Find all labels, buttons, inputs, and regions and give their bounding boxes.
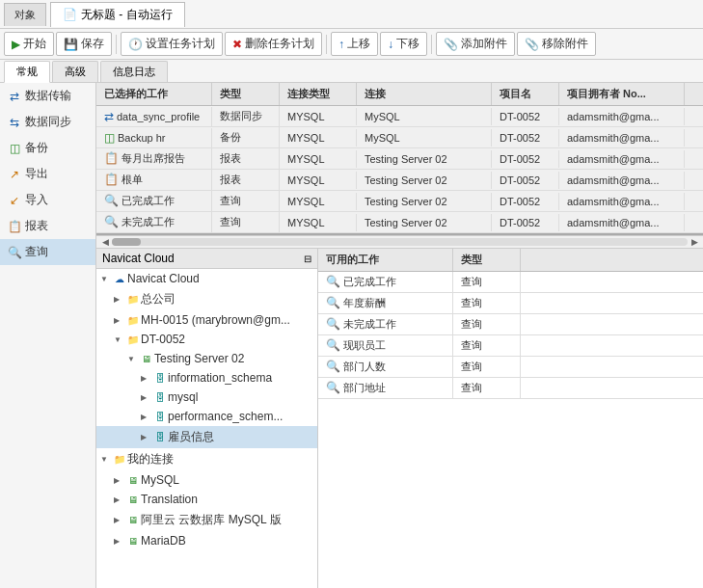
sidebar-item-data-transfer[interactable]: ⇄ 数据传输 [0, 83, 95, 109]
table-row[interactable]: 🔍未完成工作 查询 MYSQL Testing Server 02 DT-005… [96, 212, 703, 233]
tree-item-mysql-conn[interactable]: ▶ 🖥 MySQL [96, 470, 317, 490]
td-job: 🔍未完成工作 [96, 212, 212, 232]
jobs-row[interactable]: 🔍部门人数 查询 [318, 357, 703, 378]
sidebar-item-data-sync[interactable]: ⇆ 数据同步 [0, 109, 95, 135]
table-row[interactable]: 📋每月出席报告 报表 MYSQL Testing Server 02 DT-00… [96, 148, 703, 170]
tree-toggle[interactable]: ▼ [127, 355, 139, 363]
scroll-thumb[interactable] [112, 238, 141, 246]
tree-item-zongongsi[interactable]: ▶ 📁 总公司 [96, 288, 317, 310]
jobs-row[interactable]: 🔍现职员工 查询 [318, 335, 703, 357]
tree-item-aliyun[interactable]: ▶ 🖥 阿里云 云数据库 MySQL 版 [96, 509, 317, 531]
tree-item-mysql[interactable]: ▶ 🗄 mysql [96, 388, 317, 407]
delete-schedule-button[interactable]: ✖ 删除任务计划 [225, 32, 322, 56]
move-up-button[interactable]: ↑ 上移 [331, 32, 378, 56]
tree-toggle[interactable]: ▶ [114, 495, 125, 504]
table-row[interactable]: 📋根单 报表 MYSQL Testing Server 02 DT-0052 a… [96, 170, 703, 191]
tree-item-mariadb[interactable]: ▶ 🖥 MariaDB [96, 531, 317, 550]
table-row[interactable]: 🔍已完成工作 查询 MYSQL Testing Server 02 DT-005… [96, 191, 703, 212]
tree-toggle[interactable]: ▶ [114, 316, 125, 325]
import-icon: ↙ [8, 194, 21, 207]
td-job: 🔍已完成工作 [96, 191, 212, 211]
tab-advanced[interactable]: 高级 [52, 61, 98, 82]
tree-label: Navicat Cloud [127, 272, 317, 285]
save-button[interactable]: 💾 保存 [56, 32, 112, 56]
add-attachment-button[interactable]: 📎 添加附件 [436, 32, 515, 56]
tree-item-dt0052[interactable]: ▼ 📁 DT-0052 [96, 330, 317, 349]
td-owner: adamsmith@gma... [559, 129, 685, 147]
start-button[interactable]: ▶ 开始 [4, 32, 54, 56]
td-type: 报表 [212, 170, 280, 190]
jobs-td-job: 🔍已完成工作 [318, 272, 453, 292]
tree-item-testing-server[interactable]: ▼ 🖥 Testing Server 02 [96, 349, 317, 368]
server-green-icon: 🖥 [125, 514, 141, 527]
table-row[interactable]: ⇄data_sync_profile 数据同步 MYSQL MySQL DT-0… [96, 106, 703, 127]
collapse-all-icon[interactable]: ⊟ [304, 254, 311, 264]
td-job: 📋每月出席报告 [96, 148, 212, 169]
sidebar-item-backup[interactable]: ◫ 备份 [0, 135, 95, 161]
move-down-button[interactable]: ↓ 下移 [380, 32, 427, 56]
jobs-row[interactable]: 🔍未完成工作 查询 [318, 314, 703, 335]
scroll-left-arrow[interactable]: ◀ [98, 235, 112, 249]
td-owner: adamsmith@gma... [559, 108, 685, 125]
td-conn-type: MYSQL [280, 129, 357, 147]
tree-label: 雇员信息 [168, 429, 317, 445]
document-tab[interactable]: 📄 无标题 - 自动运行 [50, 2, 185, 27]
tab-general[interactable]: 常规 [4, 61, 50, 83]
bottom-panel: Navicat Cloud ⊟ ▼ ☁ Navicat Cloud ▶ 📁 总公… [96, 249, 703, 588]
tree-item-yuanguan[interactable]: ▶ 🗄 雇员信息 [96, 426, 317, 448]
tree-label: Translation [141, 493, 317, 506]
jobs-row[interactable]: 🔍已完成工作 查询 [318, 272, 703, 293]
jobs-row[interactable]: 🔍部门地址 查询 [318, 378, 703, 399]
tree-toggle[interactable]: ▶ [114, 476, 125, 485]
remove-attachment-button[interactable]: 📎 移除附件 [517, 32, 596, 56]
sidebar-item-export[interactable]: ↗ 导出 [0, 161, 95, 187]
td-owner: adamsmith@gma... [559, 150, 685, 168]
tree-toggle[interactable]: ▶ [114, 537, 125, 546]
horizontal-scrollbar[interactable]: ◀ ▶ [96, 235, 703, 249]
tree-toggle[interactable]: ▼ [100, 275, 112, 283]
tree-item-navicat-cloud[interactable]: ▼ ☁ Navicat Cloud [96, 269, 317, 288]
doc-icon: 📄 [63, 8, 77, 21]
tree-item-info-schema[interactable]: ▶ 🗄 information_schema [96, 368, 317, 388]
tree-item-my-connections[interactable]: ▼ 📁 我的连接 [96, 448, 317, 470]
tree-label: performance_schem... [168, 410, 317, 423]
tree-item-perf-schema[interactable]: ▶ 🗄 performance_schem... [96, 407, 317, 426]
table-row[interactable]: ◫Backup hr 备份 MYSQL MySQL DT-0052 adamsm… [96, 127, 703, 148]
clock-icon: 🕐 [128, 38, 143, 51]
tree-toggle[interactable]: ▶ [114, 516, 125, 524]
jobs-row[interactable]: 🔍年度薪酬 查询 [318, 293, 703, 314]
folder-blue-icon: 📁 [125, 313, 141, 327]
tree-toggle[interactable]: ▶ [141, 393, 152, 402]
tab-infolog[interactable]: 信息日志 [100, 61, 168, 82]
jobs-header-type: 类型 [453, 249, 521, 271]
td-proj: DT-0052 [492, 108, 559, 125]
sidebar-item-import[interactable]: ↙ 导入 [0, 187, 95, 213]
objects-tab[interactable]: 对象 [4, 3, 46, 26]
scroll-track[interactable] [112, 238, 688, 246]
scroll-right-arrow[interactable]: ▶ [688, 235, 701, 249]
tree-label: MariaDB [141, 534, 317, 548]
td-conn: Testing Server 02 [357, 172, 492, 189]
tree-toggle[interactable]: ▶ [114, 295, 125, 304]
td-proj: DT-0052 [492, 150, 559, 168]
sidebar-item-query[interactable]: 🔍 查询 [0, 239, 95, 265]
tree-toggle[interactable]: ▼ [114, 335, 125, 344]
tree-item-translation[interactable]: ▶ 🖥 Translation [96, 490, 317, 509]
tree-toggle[interactable]: ▼ [100, 455, 112, 464]
td-conn-type: MYSQL [280, 214, 357, 231]
tree-label: 总公司 [141, 291, 317, 307]
tree-item-mh0015[interactable]: ▶ 📁 MH-0015 (marybrown@gm... [96, 310, 317, 330]
jobs-header: 可用的工作 类型 [318, 249, 703, 272]
doc-title: 无标题 - 自动运行 [81, 7, 173, 23]
tree-toggle[interactable]: ▶ [141, 433, 152, 441]
up-arrow-icon: ↑ [338, 38, 344, 51]
schedule-button[interactable]: 🕐 设置任务计划 [121, 32, 223, 56]
backup-icon: ◫ [8, 142, 21, 155]
tree-toggle[interactable]: ▶ [141, 374, 152, 383]
data-transfer-icon: ⇄ [8, 90, 21, 103]
tree-toggle[interactable]: ▶ [141, 413, 152, 421]
remove-attachment-icon: 📎 [525, 38, 539, 51]
server-green-icon: 🖥 [125, 473, 141, 487]
header-conn: 连接 [357, 83, 492, 105]
sidebar-item-report[interactable]: 📋 报表 [0, 213, 95, 239]
